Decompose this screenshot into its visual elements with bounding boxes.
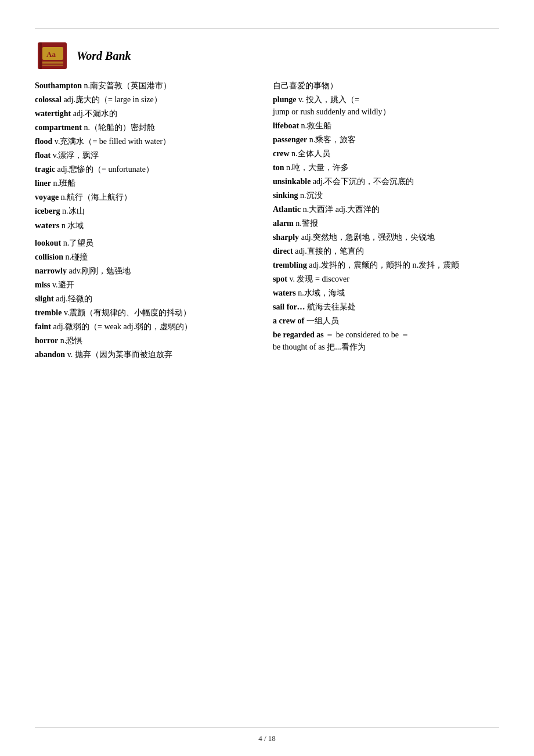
svg-text:Aa: Aa <box>46 50 56 59</box>
list-item: waters n 水域 <box>35 219 257 232</box>
list-item: sail for… 航海去往某处 <box>273 301 499 313</box>
list-item: sinking n.沉没 <box>273 189 499 201</box>
list-item: liner n.班船 <box>35 177 257 189</box>
left-column: Southampton n.南安普敦（英国港市） colossal adj.庞大… <box>35 80 267 362</box>
list-item: faint adj.微弱的（= weak adj.弱的，虚弱的） <box>35 321 257 333</box>
list-item: voyage n.航行（海上航行） <box>35 191 257 203</box>
list-item: be regarded as ＝ be considered to be ＝ b… <box>273 329 499 353</box>
book-icon: Aa <box>35 39 70 73</box>
list-item: collision n.碰撞 <box>35 251 257 263</box>
list-item: iceberg n.冰山 <box>35 205 257 217</box>
list-item: tragic adj.悲惨的（= unfortunate） <box>35 163 257 175</box>
header-area: Aa Word Bank <box>35 39 499 73</box>
list-item: plunge v. 投入，跳入（= jump or rush suddenly … <box>273 93 499 118</box>
list-item: spot v. 发现 = discover <box>273 273 499 285</box>
list-item: float v.漂浮，飘浮 <box>35 149 257 161</box>
list-item: direct adj.直接的，笔直的 <box>273 245 499 257</box>
list-item: miss v.避开 <box>35 279 257 291</box>
list-item: watertight adj.不漏水的 <box>35 107 257 120</box>
word-bank-title: Word Bank <box>77 49 131 63</box>
list-item: 自己喜爱的事物） <box>273 80 499 92</box>
list-item: narrowly adv.刚刚，勉强地 <box>35 265 257 277</box>
list-item: alarm n.警报 <box>273 217 499 229</box>
columns: Southampton n.南安普敦（英国港市） colossal adj.庞大… <box>35 80 499 362</box>
list-item: tremble v.震颤（有规律的、小幅度的抖动） <box>35 307 257 319</box>
list-item: abandon v. 抛弃（因为某事而被迫放弃 <box>35 348 257 361</box>
list-item: ton n.吨，大量，许多 <box>273 161 499 174</box>
list-item: crew n.全体人员 <box>273 147 499 160</box>
list-item: colossal adj.庞大的（= large in size） <box>35 93 257 106</box>
list-item: slight adj.轻微的 <box>35 293 257 305</box>
right-column: 自己喜爱的事物） plunge v. 投入，跳入（= jump or rush … <box>267 80 499 362</box>
list-item: a crew of 一组人员 <box>273 315 499 327</box>
list-item: Southampton n.南安普敦（英国港市） <box>35 80 257 92</box>
list-item: unsinkable adj.不会下沉的，不会沉底的 <box>273 175 499 188</box>
list-item: horror n.恐惧 <box>35 334 257 347</box>
list-item: sharply adj.突然地，急剧地，强烈地，尖锐地 <box>273 231 499 243</box>
list-item: compartment n.（轮船的）密封舱 <box>35 121 257 134</box>
list-item: waters n.水域，海域 <box>273 287 499 299</box>
list-item: lookout n.了望员 <box>35 237 257 249</box>
page-number: 4 / 18 <box>258 734 276 743</box>
list-item: flood v.充满水（= be filled with water） <box>35 135 257 147</box>
list-item: trembling adj.发抖的，震颤的，颤抖的 n.发抖，震颤 <box>273 259 499 271</box>
list-item: lifeboat n.救生船 <box>273 120 499 132</box>
top-rule <box>35 28 499 28</box>
list-item: Atlantic n.大西洋 adj.大西洋的 <box>273 203 499 215</box>
svg-rect-1 <box>39 42 42 69</box>
bottom-rule <box>35 728 499 728</box>
list-item: passenger n.乘客，旅客 <box>273 134 499 146</box>
